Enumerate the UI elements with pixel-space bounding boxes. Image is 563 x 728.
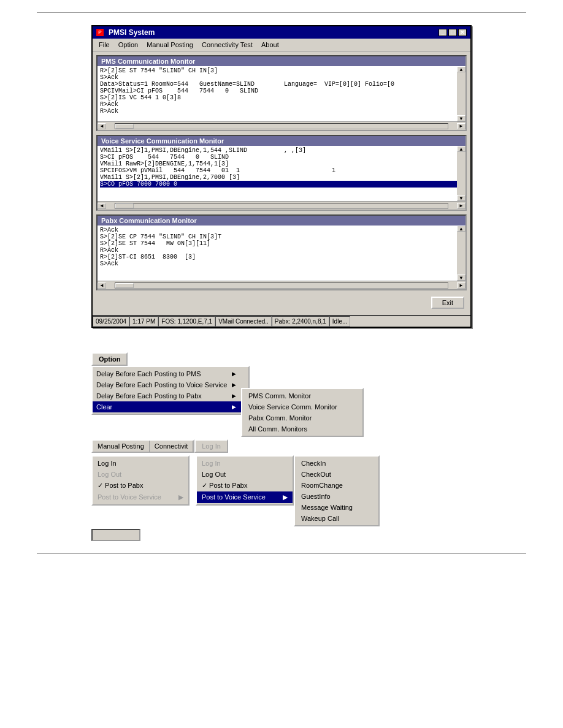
option-item-delay-voice-arrow: ▶	[232, 382, 236, 388]
pabx-line-2: S>[2]SE CP 7544 "SLIND" CH IN[3]T	[100, 233, 463, 240]
menu-manual-posting[interactable]: Manual Posting	[143, 40, 197, 50]
mid-post-voice-label: Post to Voice Service	[202, 493, 266, 501]
pms-scroll-down[interactable]: ▼	[457, 115, 465, 121]
titlebar: P PMSI System _ □ ✕	[93, 26, 470, 39]
menu-option[interactable]: Option	[115, 40, 142, 50]
voice-hscroll-track[interactable]	[115, 203, 448, 209]
menu-file[interactable]: File	[95, 40, 113, 50]
sub2-roomchange[interactable]: RoomChange	[295, 480, 378, 491]
status-vmail: VMail Connected..	[215, 316, 272, 327]
manual-login-label: Log In	[98, 460, 117, 467]
pms-hscroll-thumb[interactable]	[115, 124, 134, 129]
manual-top-row: Manual Posting Connectivit Log In	[91, 439, 472, 453]
pms-monitor-content[interactable]: R>[2]SE ST 7544 "SLIND" CH IN[3] S>Ack D…	[98, 66, 465, 121]
option-item-clear-label: Clear	[96, 403, 112, 411]
mid-logout[interactable]: Log Out	[197, 469, 293, 480]
manual-logout-label: Log Out	[98, 471, 121, 478]
status-bar: 09/25/2004 1:17 PM FOS: 1,1200,E,7,1 VMa…	[93, 315, 470, 327]
pabx-line-6: S>Ack	[100, 260, 463, 267]
option-item-delay-pms-label: Delay Before Each Posting to PMS	[96, 370, 201, 377]
pabx-hscroll-track[interactable]	[115, 282, 448, 289]
option-item-delay-pabx[interactable]: Delay Before Each Posting to Pabx ▶	[93, 390, 248, 401]
status-idle: Idle...	[329, 316, 350, 327]
main-window: P PMSI System _ □ ✕ File Option Manual P…	[91, 25, 472, 328]
voice-hscroll-thumb[interactable]	[115, 203, 134, 208]
option-item-delay-pms-arrow: ▶	[232, 371, 236, 377]
mid-post-voice[interactable]: Post to Voice Service ▶	[197, 491, 293, 503]
option-item-delay-pabx-arrow: ▶	[232, 393, 236, 399]
option-submenu-pms[interactable]: PMS Comm. Monitor	[242, 390, 362, 401]
close-button[interactable]: ✕	[458, 29, 467, 36]
log-in-grayed: Log In	[194, 439, 228, 453]
voice-scroll-right[interactable]: ▶	[457, 203, 465, 209]
option-item-delay-voice-label: Delay Before Each Posting to Voice Servi…	[96, 381, 227, 389]
voice-monitor-inner: VMail1 S>[2]1,PMSI,DBEngine,1,544 ,SLIND…	[98, 146, 465, 201]
manual-login[interactable]: Log In	[93, 458, 188, 469]
minimize-button[interactable]: _	[439, 29, 447, 36]
option-item-delay-pabx-label: Delay Before Each Posting to Pabx	[96, 392, 202, 400]
bottom-gray-block	[91, 529, 140, 541]
sub2-checkout[interactable]: CheckOut	[295, 469, 378, 480]
pabx-line-5: R>[2]ST-CI 8651 8300 [3]	[100, 254, 463, 260]
pms-hscroll-track[interactable]	[115, 123, 448, 129]
pabx-hscroll[interactable]: ◀ ▶	[98, 281, 465, 289]
pms-monitor-panel: PMS Communication Monitor R>[2]SE ST 754…	[96, 55, 467, 131]
voice-scroll-up[interactable]: ▲	[457, 146, 465, 152]
pms-scroll-right[interactable]: ▶	[457, 123, 465, 129]
option-menu-button[interactable]: Option	[91, 352, 128, 366]
connectivity-menu[interactable]: Connectivit	[150, 441, 193, 452]
connectivity-area: Log In	[194, 439, 228, 453]
pabx-scroll-down[interactable]: ▼	[457, 275, 465, 281]
status-pabx: Pabx: 2,2400,n,8,1	[272, 316, 329, 327]
sub2-message-waiting[interactable]: Message Waiting	[295, 502, 378, 513]
sub2-guestinfo[interactable]: GuestInfo	[295, 491, 378, 502]
pms-line-7: R>Ack	[100, 108, 463, 115]
pabx-monitor-content[interactable]: R>Ack S>[2]SE CP 7544 "SLIND" CH IN[3]T …	[98, 226, 465, 281]
pabx-scroll-track	[457, 232, 465, 275]
voice-scroll-track	[457, 152, 465, 195]
mid-post-pabx[interactable]: Post to Pabx	[197, 480, 293, 491]
menu-about[interactable]: About	[258, 40, 283, 50]
voice-hscroll[interactable]: ◀ ▶	[98, 201, 465, 210]
pabx-scroll-up[interactable]: ▲	[457, 226, 465, 232]
pabx-line-4: R>Ack	[100, 247, 463, 254]
voice-vscroll[interactable]: ▲ ▼	[457, 146, 465, 201]
pabx-scroll-left[interactable]: ◀	[98, 282, 106, 289]
pms-hscroll[interactable]: ◀ ▶	[98, 121, 465, 130]
option-submenu-voice[interactable]: Voice Service Comm. Monitor	[242, 401, 362, 412]
pms-scroll-left[interactable]: ◀	[98, 123, 106, 129]
pabx-vscroll[interactable]: ▲ ▼	[457, 226, 465, 281]
manual-posting-section: Manual Posting Connectivit Log In Log In…	[91, 439, 472, 541]
pabx-monitor-header: Pabx Communication Monitor	[98, 216, 465, 226]
maximize-button[interactable]: □	[448, 29, 457, 36]
option-submenu-pabx[interactable]: Pabx Comm. Monitor	[242, 412, 362, 423]
pabx-hscroll-thumb[interactable]	[115, 283, 134, 288]
right-sub2: CheckIn CheckOut RoomChange GuestInfo Me…	[294, 455, 380, 526]
pms-line-4: SPCIVMail>CI pFOS 544 7544 0 SLIND	[100, 88, 463, 94]
status-date: 09/25/2004	[93, 316, 129, 327]
option-item-delay-voice[interactable]: Delay Before Each Posting to Voice Servi…	[93, 379, 248, 390]
status-time: 1:17 PM	[129, 316, 158, 327]
voice-scroll-down[interactable]: ▼	[457, 195, 465, 201]
voice-line-highlighted: S>CO pFOS 7000 7000 0	[100, 181, 463, 188]
option-item-clear[interactable]: Clear ▶	[93, 401, 248, 412]
pms-line-1: R>[2]SE ST 7544 "SLIND" CH IN[3]	[100, 67, 463, 74]
voice-monitor-content[interactable]: VMail1 S>[2]1,PMSI,DBEngine,1,544 ,SLIND…	[98, 146, 465, 201]
pabx-monitor-text: R>Ack S>[2]SE CP 7544 "SLIND" CH IN[3]T …	[98, 226, 465, 281]
manual-post-pabx[interactable]: Post to Pabx	[93, 480, 188, 491]
manual-dropdown-wrapper: Log In Log Out Post to Pabx Post to Voic…	[91, 455, 472, 526]
manual-menubar: Manual Posting Connectivit	[91, 439, 194, 453]
exit-button[interactable]: Exit	[431, 297, 464, 309]
manual-posting-menu[interactable]: Manual Posting	[93, 441, 150, 452]
pabx-scroll-right[interactable]: ▶	[457, 282, 465, 289]
mid-login-label: Log In	[202, 460, 221, 467]
sub2-wakeup-call[interactable]: Wakeup Call	[295, 513, 378, 524]
pms-scroll-up[interactable]: ▲	[457, 66, 465, 72]
option-submenu-all[interactable]: All Comm. Monitors	[242, 423, 362, 434]
pabx-line-3: S>[2]SE ST 7544 MW ON[3][11]	[100, 240, 463, 247]
pms-vscroll[interactable]: ▲ ▼	[457, 66, 465, 121]
menu-connectivity-test[interactable]: Connectivity Test	[198, 40, 256, 50]
voice-scroll-left[interactable]: ◀	[98, 203, 106, 209]
sub2-checkin[interactable]: CheckIn	[295, 458, 378, 469]
option-item-delay-pms[interactable]: Delay Before Each Posting to PMS ▶	[93, 368, 248, 379]
